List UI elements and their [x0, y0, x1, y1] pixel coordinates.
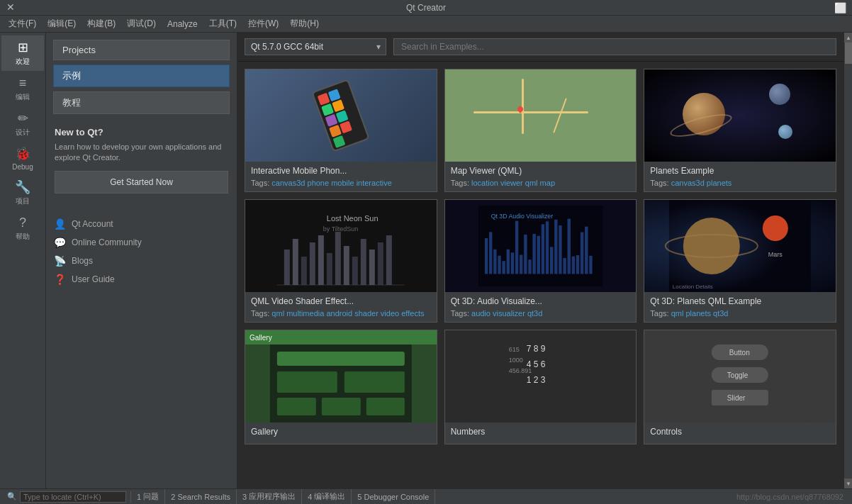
menubar: 文件(F)编辑(E)构建(B)调试(D)Analyze工具(T)控件(W)帮助(…: [0, 16, 852, 33]
new-to-qt-title: New to Qt?: [55, 127, 228, 138]
example-thumbnail: Button Toggle Slider: [644, 330, 836, 422]
example-card-planets-example[interactable]: Planets Example Tags: canvas3d planets: [644, 69, 836, 192]
controls-thumbnail: Button Toggle Slider: [644, 330, 836, 422]
statusbar: 🔍 1 问题 2 Search Results 3 应用程序输出 4 编译输出 …: [0, 488, 852, 504]
help-icon: ?: [15, 215, 30, 230]
example-card-qml-video-shader[interactable]: Lost Neon Sun by TiltedSun QML Video Sha…: [245, 199, 437, 323]
svg-rect-34: [550, 247, 553, 274]
svg-text:by TiltedSun: by TiltedSun: [323, 225, 359, 233]
blogs-link[interactable]: 📡 Blogs: [53, 254, 230, 267]
svg-rect-52: [277, 371, 337, 393]
svg-rect-32: [541, 224, 544, 274]
project-icon: 🔧: [15, 179, 30, 195]
example-thumbnail: [644, 69, 836, 162]
audio-thumbnail: Qt 3D Audio Visualizer: [445, 200, 637, 292]
svg-rect-20: [489, 232, 492, 274]
example-info: QML Video Shader Effect... Tags: qml mul…: [245, 292, 437, 322]
sidebar-item-welcome[interactable]: ⊞欢迎: [1, 35, 44, 71]
example-tags: Tags: qml multimedia android shader vide…: [251, 309, 431, 318]
locate-input[interactable]: [20, 491, 126, 503]
scroll-thumb[interactable]: [845, 43, 852, 64]
example-tags: Tags: canvas3d phone mobile interactive: [251, 179, 431, 187]
svg-rect-39: [571, 257, 574, 274]
status-tab-compile-output[interactable]: 4 编译输出: [302, 489, 352, 504]
example-info: Map Viewer (QML) Tags: location viewer q…: [445, 162, 637, 191]
edit-icon: ≡: [15, 75, 30, 91]
example-tags: Tags: qml planets qt3d: [650, 309, 830, 318]
scroll-up-arrow[interactable]: ▲: [844, 33, 852, 43]
menu-item-f[interactable]: 文件(F): [3, 16, 42, 31]
svg-rect-15: [378, 242, 383, 285]
example-card-controls[interactable]: Button Toggle Slider Controls: [644, 330, 836, 444]
user-guide-link[interactable]: ❓ User Guide: [53, 273, 230, 286]
svg-rect-35: [554, 220, 557, 274]
status-tab-app-output[interactable]: 3 应用程序输出: [237, 489, 302, 504]
phone-thumbnail: [245, 69, 437, 162]
example-card-map-viewer[interactable]: Map Viewer (QML) Tags: location viewer q…: [444, 69, 637, 192]
welcome-icon: ⊞: [15, 40, 30, 55]
svg-rect-36: [559, 225, 561, 274]
example-title: Interactive Mobile Phon...: [251, 166, 431, 176]
qt-version-select[interactable]: Qt 5.7.0 GCC 64bit: [245, 38, 386, 55]
example-info: Controls: [644, 422, 836, 444]
app-title: Qt Creator: [406, 3, 446, 13]
online-community-label: Online Community: [72, 237, 142, 247]
svg-text:Mars: Mars: [768, 251, 783, 258]
svg-rect-13: [361, 239, 366, 285]
left-panel: Projects 示例 教程 New to Qt? Learn how to d…: [46, 33, 237, 488]
svg-text:1  2  3: 1 2 3: [526, 375, 545, 385]
video-thumbnail: Lost Neon Sun by TiltedSun: [245, 200, 437, 292]
sidebar-item-design[interactable]: ✏设计: [1, 106, 44, 142]
sidebar-item-edit[interactable]: ≡编辑: [1, 71, 44, 106]
scroll-down-arrow[interactable]: ▼: [844, 478, 852, 488]
svg-text:Qt 3D Audio Visualizer: Qt 3D Audio Visualizer: [491, 213, 552, 220]
svg-rect-12: [352, 257, 358, 285]
svg-rect-11: [344, 246, 349, 285]
example-card-gallery[interactable]: Gallery Gallery: [245, 330, 437, 444]
example-card-qt3d-audio[interactable]: Qt 3D Audio Visualizer Qt 3D: Audio Visu…: [444, 199, 637, 323]
menu-item-h[interactable]: 帮助(H): [284, 16, 325, 31]
svg-rect-19: [485, 238, 488, 274]
example-title: Planets Example: [650, 166, 830, 176]
maximize-button[interactable]: ⬜: [834, 2, 846, 13]
svg-rect-30: [532, 234, 535, 274]
menu-item-d[interactable]: 调试(D): [121, 16, 162, 31]
question-icon: ❓: [53, 273, 66, 286]
example-info: Qt 3D: Audio Visualize... Tags: audio vi…: [445, 292, 637, 322]
svg-rect-6: [301, 257, 307, 285]
svg-rect-24: [506, 250, 509, 274]
sidebar-item-debug[interactable]: 🐞Debug: [1, 142, 44, 175]
menu-item-t[interactable]: 工具(T): [203, 16, 242, 31]
search-input[interactable]: [393, 38, 836, 55]
menu-item-e[interactable]: 编辑(E): [42, 16, 82, 31]
svg-text:7  8  9: 7 8 9: [526, 344, 545, 354]
examples-button[interactable]: 示例: [53, 65, 230, 87]
map-thumbnail: [445, 69, 637, 162]
example-thumbnail: [445, 69, 637, 162]
sidebar-item-help[interactable]: ?帮助: [1, 211, 44, 246]
examples-grid: Interactive Mobile Phon... Tags: canvas3…: [237, 62, 843, 488]
svg-text:Lost Neon Sun: Lost Neon Sun: [327, 214, 379, 223]
example-title: Controls: [650, 427, 830, 437]
svg-rect-26: [515, 221, 518, 274]
projects-button[interactable]: Projects: [53, 40, 230, 60]
example-card-interactive-mobile[interactable]: Interactive Mobile Phon... Tags: canvas3…: [245, 69, 437, 192]
status-search-section: 🔍: [3, 491, 131, 503]
menu-item-analyze[interactable]: Analyze: [162, 18, 203, 30]
get-started-button[interactable]: Get Started Now: [55, 171, 228, 194]
example-title: Qt 3D: Audio Visualize...: [451, 296, 631, 306]
qt-account-link[interactable]: 👤 Qt Account: [53, 218, 230, 230]
status-tab-search-results[interactable]: 2 Search Results: [165, 489, 237, 504]
tutorials-button[interactable]: 教程: [53, 91, 230, 114]
example-title: QML Video Shader Effect...: [251, 296, 431, 306]
sidebar-item-project[interactable]: 🔧项目: [1, 175, 44, 211]
example-card-numbers[interactable]: 7 8 9 4 5 6 1 2 3 615 1000 456.891 Numbe…: [444, 330, 637, 444]
example-title: Map Viewer (QML): [451, 166, 631, 176]
close-button[interactable]: ✕: [6, 2, 16, 12]
status-tab-debugger-console[interactable]: 5 Debugger Console: [352, 489, 435, 504]
menu-item-w[interactable]: 控件(W): [242, 16, 284, 31]
menu-item-b[interactable]: 构建(B): [82, 16, 121, 31]
status-tab-issues[interactable]: 1 问题: [131, 489, 165, 504]
online-community-link[interactable]: 💬 Online Community: [53, 236, 230, 249]
example-card-qt3d-planets-qml[interactable]: Mars Location Details Qt 3D: Planets QML…: [644, 199, 836, 323]
